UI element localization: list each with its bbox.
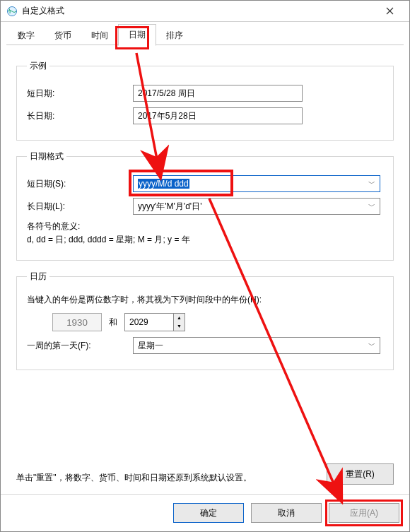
dialog-content: 示例 短日期: 2017/5/28 周日 长日期: 2017年5月28日 日期格… bbox=[1, 46, 409, 370]
ok-button[interactable]: 确定 bbox=[173, 503, 244, 523]
globe-icon bbox=[6, 6, 18, 17]
group-calendar-legend: 日历 bbox=[27, 271, 49, 283]
chevron-down-icon: ﹀ bbox=[368, 338, 375, 353]
chevron-down-icon: ﹀ bbox=[368, 176, 375, 191]
year-from-input bbox=[52, 313, 102, 331]
group-example: 示例 短日期: 2017/5/28 周日 长日期: 2017年5月28日 bbox=[16, 60, 394, 141]
long-date-format-combo[interactable]: yyyy'年'M'月'd'日' ﹀ bbox=[133, 198, 380, 215]
group-example-legend: 示例 bbox=[27, 60, 49, 72]
cancel-button[interactable]: 取消 bbox=[251, 503, 322, 523]
tab-currency[interactable]: 货币 bbox=[45, 25, 81, 46]
long-date-example-label: 长日期: bbox=[27, 110, 133, 122]
two-digit-year-label: 当键入的年份是两位数字时，将其视为下列时间段中的年份(H): bbox=[27, 294, 383, 306]
chevron-down-icon: ﹀ bbox=[368, 199, 375, 214]
first-day-label: 一周的第一天(F): bbox=[27, 340, 133, 352]
tab-time[interactable]: 时间 bbox=[81, 25, 118, 46]
short-date-example-label: 短日期: bbox=[27, 88, 133, 100]
dialog-window: 自定义格式 数字 货币 时间 日期 排序 示例 短日期: 2017/5/28 周… bbox=[0, 0, 410, 532]
short-date-format-label: 短日期(S): bbox=[27, 178, 133, 190]
long-date-format-label: 长日期(L): bbox=[27, 201, 133, 213]
first-day-combo[interactable]: 星期一 ﹀ bbox=[133, 337, 380, 354]
group-date-format: 日期格式 短日期(S): yyyy/M/d ddd ﹀ 长日期(L): yyyy… bbox=[16, 150, 394, 261]
apply-button[interactable]: 应用(A) bbox=[329, 503, 399, 523]
tab-strip: 数字 货币 时间 日期 排序 bbox=[1, 22, 409, 46]
short-date-format-combo[interactable]: yyyy/M/d ddd ﹀ bbox=[133, 175, 380, 192]
short-date-format-value: yyyy/M/d ddd bbox=[138, 179, 189, 189]
tab-number[interactable]: 数字 bbox=[8, 25, 45, 46]
tab-date[interactable]: 日期 bbox=[118, 24, 156, 46]
first-day-value: 星期一 bbox=[138, 338, 368, 353]
symbol-meaning-text: d, dd = 日; ddd, dddd = 星期; M = 月; y = 年 bbox=[27, 234, 383, 246]
short-date-example-value: 2017/5/28 周日 bbox=[133, 85, 303, 102]
spinner-down-icon[interactable]: ▼ bbox=[174, 322, 184, 331]
group-calendar: 日历 当键入的年份是两位数字时，将其视为下列时间段中的年份(H): 和 2029… bbox=[16, 271, 394, 370]
reset-note: 单击"重置"，将数字、货币、时间和日期还原到系统默认设置。 bbox=[16, 471, 257, 485]
spinner-up-icon[interactable]: ▲ bbox=[174, 314, 184, 322]
dialog-separator bbox=[1, 494, 409, 495]
dialog-button-row: 确定 取消 应用(A) bbox=[173, 503, 399, 523]
tab-sort[interactable]: 排序 bbox=[156, 25, 193, 46]
titlebar: 自定义格式 bbox=[1, 1, 409, 22]
reset-button[interactable]: 重置(R) bbox=[327, 463, 394, 485]
close-icon bbox=[386, 7, 394, 15]
long-date-format-value: yyyy'年'M'月'd'日' bbox=[138, 199, 368, 214]
year-to-spinner[interactable]: 2029 ▲ ▼ bbox=[124, 313, 185, 331]
close-button[interactable] bbox=[375, 1, 404, 21]
and-label: 和 bbox=[109, 317, 117, 329]
long-date-example-value: 2017年5月28日 bbox=[133, 107, 303, 124]
year-to-value[interactable]: 2029 bbox=[124, 313, 174, 331]
symbol-meaning-label: 各符号的意义: bbox=[27, 220, 383, 232]
window-title: 自定义格式 bbox=[22, 5, 64, 17]
group-date-format-legend: 日期格式 bbox=[27, 150, 66, 162]
